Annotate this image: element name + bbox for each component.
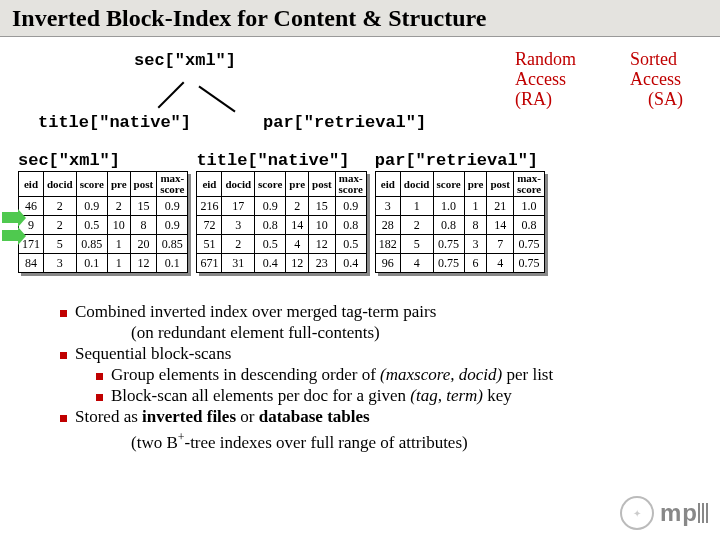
table-cell: 2: [286, 197, 309, 216]
table-cell: 12: [309, 235, 336, 254]
table-cell: 0.8: [433, 216, 464, 235]
table-cell: 1: [107, 235, 130, 254]
column-header: pre: [286, 172, 309, 197]
column-header: score: [433, 172, 464, 197]
table-row: 671310.412230.4: [197, 254, 366, 273]
table-cell: 0.75: [513, 235, 544, 254]
column-header: score: [76, 172, 107, 197]
table-cell: 671: [197, 254, 222, 273]
index-tables: sec["xml"]eiddocidscoreprepostmax-score4…: [0, 151, 720, 273]
table-cell: 0.5: [335, 235, 366, 254]
table-cell: 1: [464, 197, 487, 216]
column-header: post: [309, 172, 336, 197]
table-cell: 8: [130, 216, 157, 235]
random-access-label: RandomAccess(RA): [515, 49, 605, 109]
table-cell: 10: [309, 216, 336, 235]
table-header-label: title["native"]: [196, 151, 366, 170]
table-cell: 0.8: [335, 216, 366, 235]
table-cell: 216: [197, 197, 222, 216]
table-row: 311.01211.0: [375, 197, 544, 216]
table-cell: 14: [286, 216, 309, 235]
footer-logos: ✦ mp: [620, 496, 708, 530]
table-row: 216170.92150.9: [197, 197, 366, 216]
table-cell: 1.0: [513, 197, 544, 216]
table-cell: 0.75: [433, 235, 464, 254]
table-cell: 17: [222, 197, 255, 216]
column-header: docid: [222, 172, 255, 197]
notes-item: (on redundant element full-contents): [60, 322, 680, 343]
column-header: docid: [44, 172, 77, 197]
table-cell: 182: [375, 235, 400, 254]
table-cell: 2: [400, 216, 433, 235]
table-row: 2820.88140.8: [375, 216, 544, 235]
table-cell: 3: [44, 254, 77, 273]
column-header: pre: [107, 172, 130, 197]
page-title: Inverted Block-Index for Content & Struc…: [0, 0, 720, 37]
tree-right-label: par["retrieval"]: [263, 113, 426, 132]
cursor-arrow-icon: [2, 212, 18, 223]
table-cell: 5: [44, 235, 77, 254]
index-table: title["native"]eiddocidscoreprepostmax-s…: [196, 151, 366, 273]
table-cell: 1: [107, 254, 130, 273]
column-header: max-score: [335, 172, 366, 197]
table-cell: 96: [375, 254, 400, 273]
table-cell: 28: [375, 216, 400, 235]
table-header-label: sec["xml"]: [18, 151, 188, 170]
notes-item: Stored as inverted files or database tab…: [60, 406, 680, 427]
table-cell: 84: [19, 254, 44, 273]
column-header: score: [255, 172, 286, 197]
notes-item: Combined inverted index over merged tag-…: [60, 301, 680, 322]
table-cell: 72: [197, 216, 222, 235]
query-tree: sec["xml"] title["native"] par["retrieva…: [0, 51, 720, 151]
table-cell: 3: [464, 235, 487, 254]
table-cell: 0.85: [157, 235, 188, 254]
column-header: eid: [197, 172, 222, 197]
mpg-seal-icon: ✦: [620, 496, 654, 530]
index-table: sec["xml"]eiddocidscoreprepostmax-score4…: [18, 151, 188, 273]
table-cell: 0.1: [157, 254, 188, 273]
cursor-arrow-icon: [2, 230, 18, 241]
table-cell: 0.9: [335, 197, 366, 216]
table-cell: 51: [197, 235, 222, 254]
mpii-logo: mp: [660, 499, 708, 527]
table-cell: 6: [464, 254, 487, 273]
table-row: 17150.851200.85: [19, 235, 188, 254]
table-cell: 0.1: [76, 254, 107, 273]
tree-left-label: title["native"]: [38, 113, 191, 132]
table-cell: 21: [487, 197, 514, 216]
table-cell: 5: [400, 235, 433, 254]
table-cell: 0.85: [76, 235, 107, 254]
table-cell: 20: [130, 235, 157, 254]
table-cell: 0.9: [76, 197, 107, 216]
table-cell: 3: [375, 197, 400, 216]
column-header: max-score: [513, 172, 544, 197]
table-cell: 2: [107, 197, 130, 216]
column-header: eid: [19, 172, 44, 197]
table-cell: 10: [107, 216, 130, 235]
notes-item: (two B+-tree indexes over full range of …: [60, 427, 680, 453]
notes-item: Group elements in descending order of (m…: [60, 364, 680, 385]
table-cell: 0.8: [513, 216, 544, 235]
tree-root-label: sec["xml"]: [134, 51, 236, 70]
table-cell: 4: [487, 254, 514, 273]
table-cell: 0.9: [255, 197, 286, 216]
table-cell: 12: [286, 254, 309, 273]
notes-item: Sequential block-scans: [60, 343, 680, 364]
column-header: max-score: [157, 172, 188, 197]
table-cell: 23: [309, 254, 336, 273]
table-cell: 8: [464, 216, 487, 235]
table-cell: 0.75: [433, 254, 464, 273]
table-cell: 0.5: [255, 235, 286, 254]
index-table: par["retrieval"]eiddocidscoreprepostmax-…: [375, 151, 545, 273]
table-cell: 7: [487, 235, 514, 254]
table-cell: 2: [44, 216, 77, 235]
table-cell: 0.8: [255, 216, 286, 235]
notes-list: Combined inverted index over merged tag-…: [0, 273, 720, 453]
table-cell: 0.9: [157, 216, 188, 235]
table-row: 5120.54120.5: [197, 235, 366, 254]
table-row: 8430.11120.1: [19, 254, 188, 273]
table-cell: 12: [130, 254, 157, 273]
column-header: eid: [375, 172, 400, 197]
column-header: docid: [400, 172, 433, 197]
column-header: post: [130, 172, 157, 197]
